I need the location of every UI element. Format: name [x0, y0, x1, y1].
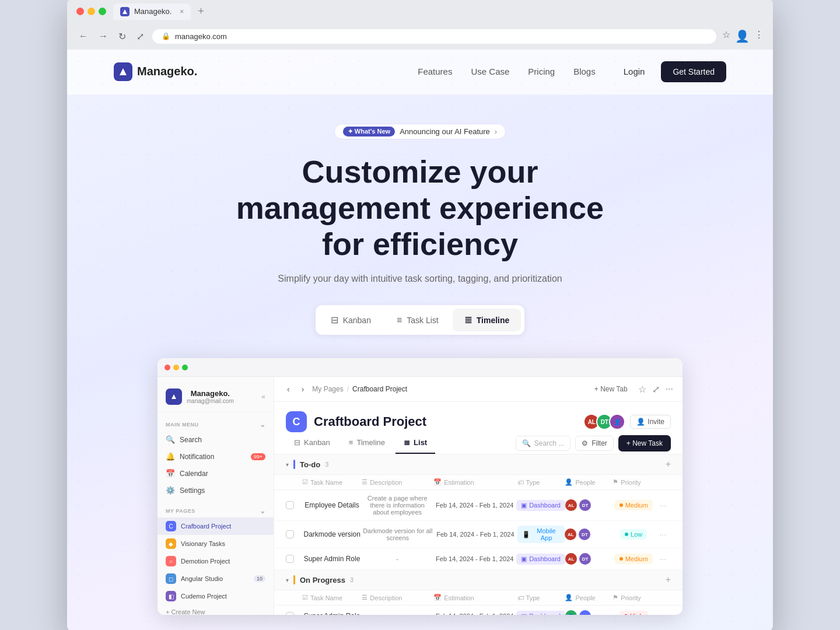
refresh-button[interactable]: ↻: [116, 30, 128, 43]
login-button[interactable]: Login: [614, 62, 654, 81]
invite-button[interactable]: 👤 Invite: [630, 415, 671, 429]
task-checkbox-3[interactable]: [286, 555, 294, 563]
table-row: Employee Details Create a page where the…: [274, 490, 682, 521]
task-checkbox-2[interactable]: [286, 530, 294, 538]
sidebar-item-angular[interactable]: ◻ Angular Studio 10: [158, 570, 274, 587]
todo-section-header[interactable]: ▾ To-do 3 +: [274, 454, 682, 475]
minimize-button[interactable]: [88, 8, 95, 15]
timeline-tab[interactable]: ≣ Timeline: [453, 309, 522, 331]
more-options-button[interactable]: ···: [666, 384, 673, 394]
sidebar-item-craftboard[interactable]: C Crafboard Project: [158, 517, 274, 535]
svg-marker-1: [120, 68, 127, 75]
sidebar-item-notification[interactable]: 🔔 Notification 99+: [158, 448, 274, 465]
expand-button[interactable]: ⤢: [134, 30, 146, 43]
onprogress-add-button[interactable]: +: [666, 575, 671, 585]
kanban-tab[interactable]: ⊟ Kanban: [319, 309, 383, 331]
app-close[interactable]: [164, 365, 170, 370]
sidebar-item-calendar[interactable]: 📅 Calendar: [158, 465, 274, 482]
nav-usecase[interactable]: Use Case: [471, 66, 509, 76]
maximize-button[interactable]: [99, 8, 106, 15]
invite-icon: 👤: [636, 418, 645, 426]
new-task-button[interactable]: + New Task: [618, 435, 671, 452]
tasklist-tab[interactable]: ≡ Task List: [385, 309, 450, 331]
task-checkbox-op1[interactable]: [286, 612, 294, 615]
app-maximize[interactable]: [182, 365, 188, 370]
star-icon[interactable]: ☆: [722, 29, 730, 43]
task-checkbox-1[interactable]: [286, 501, 294, 509]
timeline-icon: ≣: [464, 314, 472, 326]
new-tab-button[interactable]: + New Tab: [590, 383, 632, 396]
create-new-button[interactable]: + Create New: [158, 605, 274, 615]
task-date-1: Feb 14, 2024 - Feb 1, 2024: [433, 502, 516, 509]
task-desc-op1: -: [362, 612, 433, 615]
avatar-3: AL: [565, 528, 576, 540]
filter-button[interactable]: ⚙ Filter: [575, 436, 614, 451]
task-more-2[interactable]: ···: [654, 530, 671, 539]
task-more-3[interactable]: ···: [654, 554, 671, 564]
search-box[interactable]: 🔍 Search ...: [516, 436, 570, 451]
hero-badge[interactable]: ✦ What's New Announcing our AI Feature ›: [334, 124, 506, 139]
nav-blogs[interactable]: Blogs: [573, 66, 596, 76]
app-back-button[interactable]: ‹: [284, 383, 293, 395]
table-row: Super Admin Role - Feb 14, 2024 - Feb 1,…: [274, 606, 682, 615]
my-pages-label: MY PAGES ⌄: [158, 503, 274, 517]
sidebar-collapse-icon[interactable]: «: [261, 393, 265, 401]
task-date-op1: Feb 14, 2024 - Feb 1, 2024: [433, 612, 516, 615]
sidebar-item-cudemo[interactable]: ◧ Cudemo Project: [158, 587, 274, 605]
browser-tab[interactable]: Manageko. ×: [113, 4, 191, 20]
invite-label: Invite: [648, 418, 664, 426]
task-name-3: Super Admin Role: [302, 555, 362, 563]
close-button[interactable]: [76, 8, 84, 15]
task-more-1[interactable]: ···: [654, 501, 671, 510]
priority-icon-op: ⚑: [612, 594, 618, 601]
back-button[interactable]: ←: [76, 30, 90, 43]
settings-label: Settings: [180, 487, 205, 495]
share-button[interactable]: ⤢: [652, 384, 660, 395]
browser-addressbar: ← → ↻ ⤢ 🔒 manageko.com ☆ 👤 ⋮: [67, 26, 773, 50]
more-icon[interactable]: ⋮: [754, 29, 764, 43]
onprogress-toggle[interactable]: ▾: [286, 577, 289, 583]
forward-button[interactable]: →: [96, 30, 110, 43]
star-page-button[interactable]: ☆: [638, 384, 646, 395]
tab-timeline[interactable]: ≡ Timeline: [341, 432, 393, 454]
main-menu-toggle[interactable]: ⌄: [260, 421, 266, 429]
sidebar-item-demotion[interactable]: ○ Demotion Project: [158, 552, 274, 570]
tab-list[interactable]: ≣ List: [396, 432, 435, 454]
svg-marker-2: [172, 394, 176, 399]
breadcrumb-parent[interactable]: My Pages: [312, 385, 343, 393]
craftboard-label: Crafboard Project: [181, 523, 231, 530]
profile-icon[interactable]: 👤: [735, 29, 750, 43]
task-name-2: Darkmode version: [302, 530, 362, 538]
sidebar-item-search[interactable]: 🔍 Search: [158, 431, 274, 448]
nav-features[interactable]: Features: [418, 66, 452, 76]
get-started-button[interactable]: Get Started: [661, 61, 726, 82]
settings-icon: ⚙️: [166, 486, 175, 495]
tasklist-label: Task List: [407, 316, 438, 325]
tab-kanban[interactable]: ⊟ Kanban: [286, 432, 338, 454]
col-desc: ☰ Description: [362, 478, 433, 486]
type-icon-op: 🏷: [517, 594, 524, 601]
sidebar-item-settings[interactable]: ⚙️ Settings: [158, 482, 274, 499]
app-minimize[interactable]: [173, 365, 179, 370]
app-forward-button[interactable]: ›: [298, 383, 308, 395]
todo-toggle[interactable]: ▾: [286, 461, 289, 468]
tab-close-button[interactable]: ×: [180, 8, 184, 16]
type-icon-1: ▣: [521, 502, 527, 509]
new-tab-button[interactable]: +: [198, 5, 204, 18]
nav-pricing[interactable]: Pricing: [528, 66, 555, 76]
desc-icon: ☰: [362, 478, 368, 486]
type-icon-op1: ▣: [521, 612, 527, 615]
sidebar-item-visionary[interactable]: ◆ Visionary Tasks: [158, 535, 274, 552]
task-more-op1[interactable]: ···: [654, 611, 671, 615]
breadcrumb: My Pages / Crafboard Project: [312, 385, 407, 393]
todo-add-button[interactable]: +: [666, 459, 671, 470]
todo-count: 3: [325, 461, 328, 468]
kanban-label: Kanban: [343, 316, 371, 325]
onprogress-section-header[interactable]: ▾ On Progress 3 +: [274, 570, 682, 590]
kanban-tab-icon: ⊟: [294, 438, 300, 447]
address-bar[interactable]: 🔒 manageko.com: [152, 29, 716, 44]
my-pages-toggle[interactable]: ⌄: [260, 507, 266, 515]
col-people: 👤 People: [565, 478, 612, 486]
search-label: Search: [180, 436, 202, 444]
hero-section: ✦ What's New Announcing our AI Feature ›…: [67, 94, 773, 630]
